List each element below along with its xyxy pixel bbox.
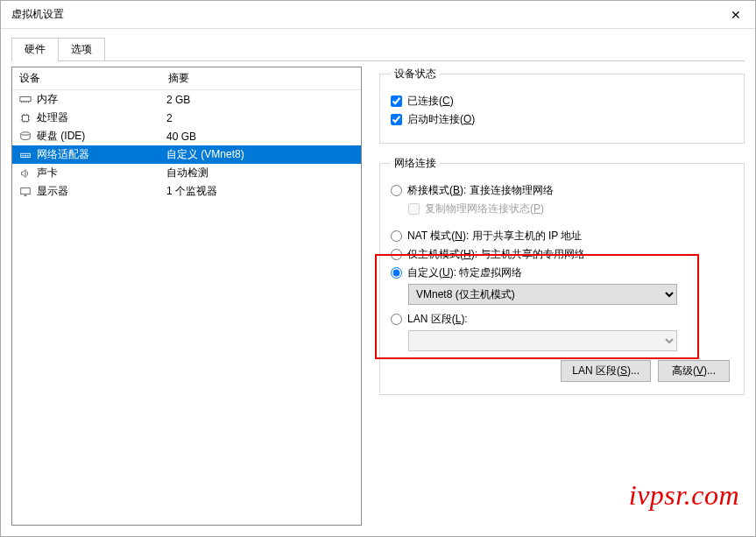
checkbox-connected-label: 已连接(C) (407, 94, 454, 109)
display-icon (18, 186, 33, 198)
device-list-header: 设备 摘要 (12, 67, 361, 90)
radio-nat[interactable]: NAT 模式(N): 用于共享主机的 IP 地址 (391, 229, 733, 244)
checkbox-replicate-label: 复制物理网络连接状态(P) (425, 201, 544, 216)
device-row-network[interactable]: 网络适配器 自定义 (VMnet8) (12, 145, 361, 164)
device-row-sound[interactable]: 声卡 自动检测 (12, 164, 361, 182)
device-summary: 自定义 (VMnet8) (166, 147, 356, 162)
device-row-memory[interactable]: 内存 2 GB (12, 90, 361, 109)
device-name: 显示器 (37, 184, 166, 199)
header-summary: 摘要 (168, 71, 189, 86)
titlebar: 虚拟机设置 ✕ (1, 1, 755, 29)
device-name: 网络适配器 (37, 147, 166, 162)
device-summary: 40 GB (166, 131, 356, 143)
cpu-icon (18, 112, 33, 124)
radio-custom-input[interactable] (391, 267, 402, 279)
custom-network-dropdown[interactable]: VMnet8 (仅主机模式) (408, 284, 733, 305)
advanced-button[interactable]: 高级(V)... (658, 360, 730, 382)
device-row-display[interactable]: 显示器 1 个监视器 (12, 182, 361, 201)
settings-window: 虚拟机设置 ✕ 硬件 选项 设备 摘要 内存 2 GB (0, 0, 756, 537)
radio-bridged-input[interactable] (391, 185, 402, 196)
close-button[interactable]: ✕ (716, 1, 755, 29)
disk-icon (18, 131, 33, 143)
checkbox-replicate-input (408, 203, 420, 215)
header-device: 设备 (19, 71, 168, 86)
network-connection-group: 网络连接 桥接模式(B): 直接连接物理网络 复制物理网络连接状态(P) NAT… (379, 156, 745, 395)
lan-segment-dropdown (408, 330, 733, 351)
custom-network-select[interactable]: VMnet8 (仅主机模式) (408, 284, 677, 305)
lan-segment-select (408, 330, 677, 351)
radio-hostonly[interactable]: 仅主机模式(H): 与主机共享的专用网络 (391, 247, 733, 262)
radio-bridged[interactable]: 桥接模式(B): 直接连接物理网络 (391, 183, 733, 198)
radio-hostonly-label: 仅主机模式(H): 与主机共享的专用网络 (407, 247, 585, 262)
device-row-disk[interactable]: 硬盘 (IDE) 40 GB (12, 127, 361, 145)
tab-strip: 硬件 选项 (1, 29, 755, 61)
lan-segments-button[interactable]: LAN 区段(S)... (561, 360, 651, 382)
network-legend: 网络连接 (391, 156, 440, 171)
content-area: 设备 摘要 内存 2 GB 处理器 2 (1, 61, 755, 536)
device-name: 硬盘 (IDE) (37, 129, 166, 144)
window-title: 虚拟机设置 (11, 7, 64, 22)
svg-rect-19 (21, 187, 31, 194)
radio-lan-segment-input[interactable] (391, 314, 402, 325)
device-summary: 2 (166, 112, 356, 124)
radio-lan-segment-label: LAN 区段(L): (407, 312, 468, 327)
checkbox-connect-poweron-label: 启动时连接(O) (407, 112, 475, 127)
svg-rect-17 (25, 155, 26, 156)
radio-custom[interactable]: 自定义(U): 特定虚拟网络 (391, 265, 733, 280)
svg-rect-0 (20, 96, 31, 101)
device-summary: 1 个监视器 (166, 184, 356, 199)
device-name: 处理器 (37, 110, 166, 125)
device-summary: 2 GB (166, 94, 356, 106)
device-name: 内存 (37, 92, 166, 107)
checkbox-connected[interactable]: 已连接(C) (391, 94, 733, 109)
close-icon: ✕ (731, 8, 741, 22)
device-list-panel: 设备 摘要 内存 2 GB 处理器 2 (11, 67, 362, 526)
checkbox-connected-input[interactable] (391, 95, 402, 107)
device-list: 内存 2 GB 处理器 2 硬盘 (IDE) 40 GB (12, 90, 361, 201)
radio-nat-label: NAT 模式(N): 用于共享主机的 IP 地址 (407, 229, 582, 244)
radio-nat-input[interactable] (391, 230, 402, 242)
right-panel: 设备状态 已连接(C) 启动时连接(O) 网络连接 桥接模式(B): 直接连接物… (379, 67, 745, 526)
watermark: ivpsr.com (629, 479, 739, 512)
device-status-legend: 设备状态 (391, 67, 440, 81)
device-status-group: 设备状态 已连接(C) 启动时连接(O) (379, 67, 745, 144)
network-button-row: LAN 区段(S)... 高级(V)... (391, 360, 733, 382)
device-row-cpu[interactable]: 处理器 2 (12, 109, 361, 127)
tab-options[interactable]: 选项 (58, 38, 105, 60)
device-summary: 自动检测 (166, 166, 356, 180)
svg-rect-16 (23, 155, 25, 156)
sound-icon (18, 167, 33, 180)
radio-hostonly-input[interactable] (391, 249, 402, 260)
device-name: 声卡 (37, 166, 166, 180)
svg-rect-5 (23, 115, 29, 121)
tab-hardware[interactable]: 硬件 (11, 38, 59, 61)
checkbox-replicate: 复制物理网络连接状态(P) (408, 201, 733, 216)
memory-icon (18, 94, 33, 106)
svg-rect-18 (27, 155, 29, 156)
radio-bridged-label: 桥接模式(B): 直接连接物理网络 (407, 183, 554, 198)
checkbox-connect-poweron-input[interactable] (391, 114, 402, 125)
svg-point-14 (21, 131, 31, 135)
radio-lan-segment[interactable]: LAN 区段(L): (391, 312, 733, 327)
radio-custom-label: 自定义(U): 特定虚拟网络 (407, 265, 522, 280)
checkbox-connect-poweron[interactable]: 启动时连接(O) (391, 112, 733, 127)
network-icon (18, 149, 33, 161)
